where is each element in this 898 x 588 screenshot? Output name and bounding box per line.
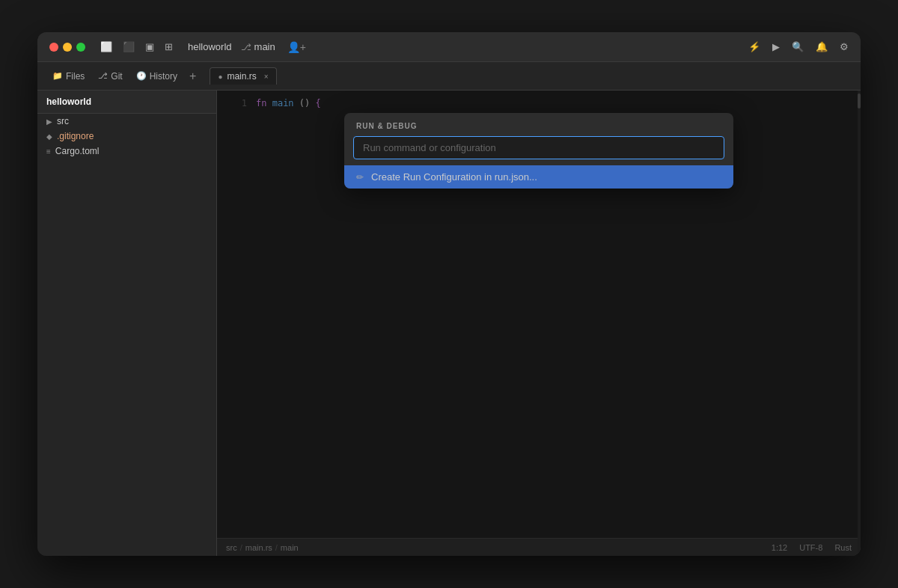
run-debug-search-container — [353, 136, 724, 159]
tabbar: 📁 Files ⎇ Git 🕐 History + ● main.rs × — [37, 62, 861, 91]
run-icon[interactable]: ▶ — [772, 41, 780, 52]
titlebar: ⬜ ⬛ ▣ ⊞ helloworld ⎇ main 👤+ ⚡ ▶ 🔍 🔔 ⚙ — [37, 32, 861, 62]
sidebar-item-gitignore[interactable]: ◆ .gitignore + — [37, 129, 216, 144]
file-tab-icon: ● — [218, 73, 222, 81]
sidebar-project-name: helloworld — [37, 91, 216, 114]
files-icon: 📁 — [52, 71, 63, 81]
bell-icon[interactable]: 🔔 — [816, 41, 828, 52]
edit-icon: ✏ — [356, 172, 364, 183]
sidebar: helloworld ▶ src ◆ .gitignore + ≡ Cargo.… — [37, 91, 217, 556]
diamond-icon: ◆ — [46, 132, 52, 141]
sidebar-toggle-icon[interactable]: ⬜ — [100, 41, 112, 52]
create-run-config-option[interactable]: ✏ Create Run Configuration in run.json..… — [344, 165, 733, 189]
titlebar-right-icons: ⚡ ▶ 🔍 🔔 ⚙ — [748, 41, 849, 52]
close-button[interactable] — [49, 43, 58, 52]
file-tab-main-rs[interactable]: ● main.rs × — [210, 67, 276, 85]
search-icon[interactable]: 🔍 — [792, 41, 804, 52]
settings-icon[interactable]: ⚙ — [840, 41, 849, 52]
tab-close-button[interactable]: × — [264, 73, 269, 81]
sidebar-item-src[interactable]: ▶ src — [37, 114, 216, 129]
editor-area: 1 fn main () { RUN & DEBUG — [217, 91, 861, 556]
tab-git[interactable]: ⎇ Git — [92, 68, 128, 85]
list-icon: ≡ — [46, 147, 51, 156]
project-name: helloworld — [188, 41, 232, 52]
history-icon: 🕐 — [136, 71, 147, 81]
branch-name[interactable]: ⎇ main — [241, 41, 275, 52]
tab-history[interactable]: 🕐 History — [130, 68, 183, 85]
tab-files[interactable]: 📁 Files — [46, 68, 91, 85]
run-debug-title: RUN & DEBUG — [344, 113, 733, 136]
chevron-right-icon: ▶ — [46, 117, 52, 126]
run-debug-panel: RUN & DEBUG ✏ Create Run Configuration i… — [344, 113, 733, 189]
main-window: ⬜ ⬛ ▣ ⊞ helloworld ⎇ main 👤+ ⚡ ▶ 🔍 🔔 ⚙ 📁… — [37, 32, 861, 556]
right-panel-icon[interactable]: ▣ — [145, 41, 154, 52]
main-content: helloworld ▶ src ◆ .gitignore + ≡ Cargo.… — [37, 91, 861, 556]
add-panel-button[interactable]: + — [185, 68, 201, 85]
panel-toggle-icon[interactable]: ⬛ — [123, 41, 135, 52]
grid-icon[interactable]: ⊞ — [165, 41, 173, 52]
traffic-lights — [49, 43, 85, 52]
add-collaborator-icon[interactable]: 👤+ — [287, 41, 306, 53]
run-command-input[interactable] — [353, 136, 724, 159]
maximize-button[interactable] — [76, 43, 85, 52]
lightning-icon[interactable]: ⚡ — [748, 41, 760, 52]
git-icon: ⎇ — [98, 71, 108, 81]
sidebar-item-cargo-toml[interactable]: ≡ Cargo.toml + — [37, 144, 216, 159]
nav-tabs: 📁 Files ⎇ Git 🕐 History + — [46, 68, 201, 85]
minimize-button[interactable] — [63, 43, 72, 52]
titlebar-left-icons: ⬜ ⬛ ▣ ⊞ — [100, 41, 173, 52]
